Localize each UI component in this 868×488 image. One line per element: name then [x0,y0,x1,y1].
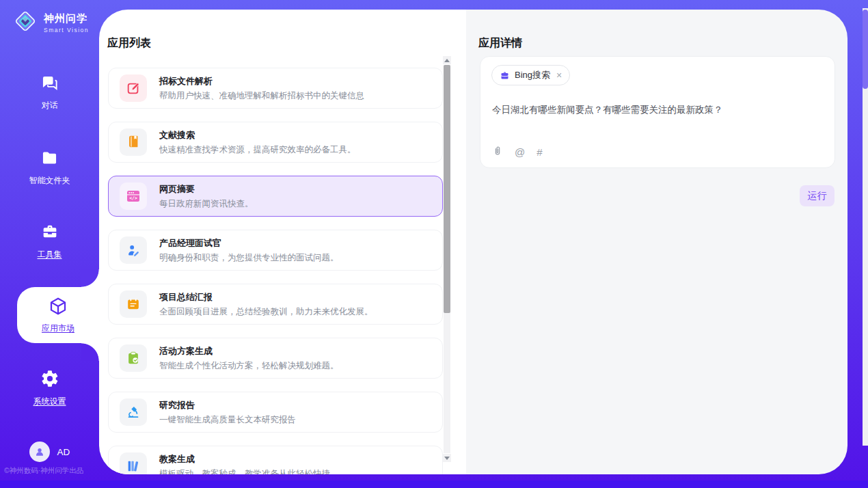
sidebar-item-label: 应用市场 [42,323,74,334]
app-card[interactable]: 研究报告 一键智能生成高质量长文本研究报告 [108,392,443,433]
query-text[interactable]: 今日湖北有哪些新闻要点？有哪些需要关注的最新政策？ [492,103,820,117]
app-detail-title: 应用详情 [478,36,522,51]
book-icon [120,128,147,156]
page-scrollbar-thumb[interactable] [863,10,868,89]
app-card[interactable]: </> 网页摘要 每日政府新闻资讯快查。 [108,176,443,217]
sidebar-item-folders[interactable]: 智能文件夹 [0,149,99,187]
app-card-title: 研究报告 [159,399,296,411]
active-tab-curve-top [81,269,99,287]
brand-name: 神州问学 [44,12,89,25]
app-card-title: 项目总结汇报 [159,291,373,303]
tag-close-icon[interactable]: × [556,70,562,80]
app-card-description: 智能生成个性化活动方案，轻松解决规划难题。 [159,360,339,372]
list-scrollbar [443,56,451,462]
app-card[interactable]: 项目总结汇报 全面回顾项目进展，总结经验教训，助力未来优化发展。 [108,284,443,325]
report-calendar-icon [120,290,147,318]
app-card-description: 一键智能生成高质量长文本研究报告 [159,414,296,426]
app-card-description: 帮助用户快速、准确地理解和解析招标书中的关键信息 [159,90,364,102]
sidebar-item-market[interactable]: 应用市场 [17,287,99,343]
gear-icon [40,369,59,391]
sidebar-item-tools[interactable]: 工具集 [0,222,99,260]
user-row[interactable]: AD [0,442,99,462]
topic-icon[interactable]: # [537,147,542,157]
scroll-up-button[interactable] [443,56,451,64]
sidebar: 神州问学 Smart Vision 对话 智能文件夹 工具集 应用市场 系统设置 [0,0,99,488]
diamond-logo-icon [12,8,38,37]
books-icon [120,452,147,474]
user-initials: AD [57,447,70,457]
mention-icon[interactable]: @ [515,147,525,157]
triangle-up-icon [444,59,450,62]
interviewer-icon [120,236,147,264]
app-list-panel: 应用列表 招标文件解析 帮助用户快速、准确地理解和解析招标书中的关键信息 文献搜… [99,10,466,474]
tool-tag-bing-search[interactable]: Bing搜索 × [491,65,570,85]
web-summary-icon: </> [120,182,147,210]
app-card[interactable]: 文献搜索 快速精准查找学术资源，提高研究效率的必备工具。 [108,122,443,163]
app-card-description: 每日政府新闻资讯快查。 [159,198,254,210]
scroll-down-button[interactable] [443,454,451,462]
app-card-description: 全面回顾项目进展，总结经验教训，助力未来优化发展。 [159,306,373,318]
research-icon [120,398,147,426]
active-tab-curve-bottom [81,343,99,361]
person-icon [34,446,45,457]
run-button[interactable]: 运行 [800,185,835,206]
edit-document-icon [120,74,147,102]
avatar[interactable] [29,442,50,462]
app-card-title: 招标文件解析 [159,75,364,87]
attachment-icon[interactable] [492,145,503,159]
app-card-list: 招标文件解析 帮助用户快速、准确地理解和解析招标书中的关键信息 文献搜索 快速精… [108,68,443,474]
bottom-accent-bar [0,480,868,488]
clipboard-check-icon [120,344,147,372]
app-detail-panel: 应用详情 Bing搜索 × 今日湖北有哪些新闻要点？有哪些需要关注的最新政策？ … [466,10,847,474]
brand-logo: 神州问学 Smart Vision [0,8,99,37]
app-list-title: 应用列表 [107,36,151,51]
sidebar-item-label: 工具集 [38,249,62,260]
app-card[interactable]: 活动方案生成 智能生成个性化活动方案，轻松解决规划难题。 [108,338,443,379]
sidebar-item-label: 智能文件夹 [29,175,70,187]
app-card[interactable]: 招标文件解析 帮助用户快速、准确地理解和解析招标书中的关键信息 [108,68,443,109]
app-card-title: 活动方案生成 [159,345,339,357]
sidebar-item-label: 对话 [42,100,58,111]
toolbox-icon [40,222,59,244]
app-card-description: 快速精准查找学术资源，提高研究效率的必备工具。 [159,144,356,156]
svg-text:</>: </> [129,195,137,201]
app-card-title: 产品经理面试官 [159,237,339,249]
app-card-title: 网页摘要 [159,183,254,195]
main-content: 应用列表 招标文件解析 帮助用户快速、准确地理解和解析招标书中的关键信息 文献搜… [99,10,847,474]
composer-card[interactable]: Bing搜索 × 今日湖北有哪些新闻要点？有哪些需要关注的最新政策？ @# [480,56,835,168]
sidebar-item-label: 系统设置 [33,396,66,407]
scrollbar-thumb[interactable] [444,65,450,313]
brand-subtitle: Smart Vision [44,27,89,33]
app-card-title: 教案生成 [159,453,330,465]
copyright-footer: ©神州数码·神州问学出品 [4,466,83,476]
app-card-title: 文献搜索 [159,129,356,141]
briefcase-icon [500,70,510,81]
folder-icon [40,149,59,170]
app-card-description: 明确身份和职责，为您提供专业性的面试问题。 [159,252,339,264]
sidebar-item-settings[interactable]: 系统设置 [0,369,99,407]
app-card[interactable]: 教案生成 模板驱动，教案秒成，教学准备从此轻松快捷 [108,446,443,474]
triangle-down-icon [444,457,450,460]
sidebar-item-chat[interactable]: 对话 [0,74,99,111]
app-card[interactable]: 产品经理面试官 明确身份和职责，为您提供专业性的面试问题。 [108,230,443,271]
chat-icon [40,74,59,95]
tool-tag-label: Bing搜索 [515,69,550,81]
composer-toolbar: @# [492,145,543,159]
app-card-description: 模板驱动，教案秒成，教学准备从此轻松快捷 [159,468,330,475]
cube-icon [48,296,68,319]
